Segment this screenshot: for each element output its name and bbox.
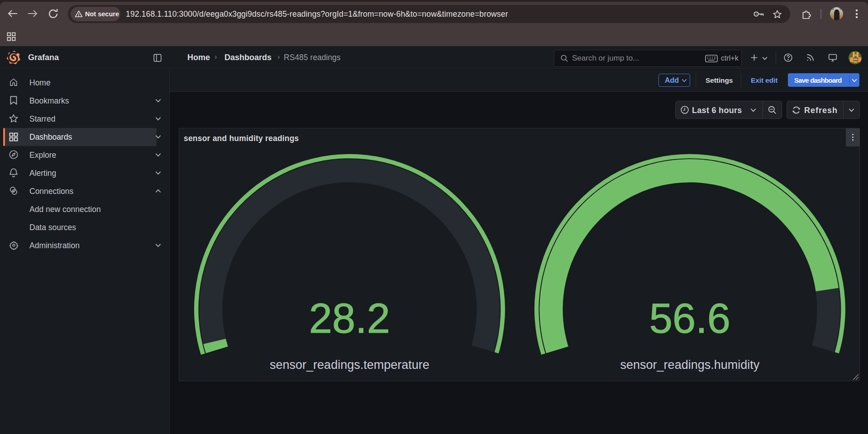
svg-text:28.2: 28.2 — [309, 295, 390, 341]
svg-text:sensor_readings.humidity: sensor_readings.humidity — [620, 358, 759, 372]
svg-text:sensor_readings.temperature: sensor_readings.temperature — [270, 358, 429, 372]
svg-text:56.6: 56.6 — [649, 295, 730, 341]
